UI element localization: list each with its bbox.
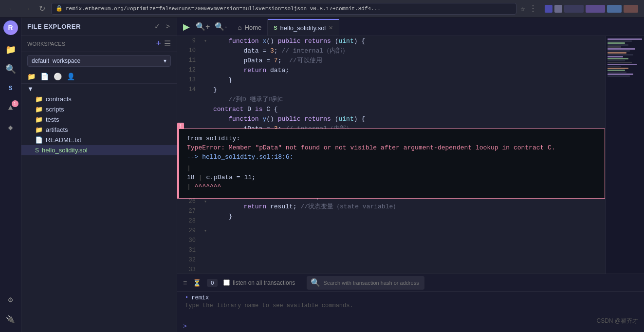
solidity-icon[interactable]: S [2,80,19,97]
fe-arrow-btn[interactable]: > [165,21,171,31]
folder-name-tests: tests [46,116,59,123]
remix-logo: R [3,20,18,35]
tab-close-button[interactable]: ✕ [329,25,333,31]
file-name-readme: README.txt [46,136,81,144]
mini-5 [607,46,621,48]
tree-file-hello-sol[interactable]: S hello_solidity.sol [21,145,177,155]
git-btn[interactable]: ⚪ [54,73,62,80]
run-button[interactable]: ▶ [181,21,192,32]
transaction-counter: 0 [207,279,218,287]
line-31: 31 [181,245,198,255]
new-file-btn[interactable]: 📄 [40,73,49,80]
settings-bottom-icon[interactable]: ⚙ [2,291,19,309]
fold-13 [202,75,209,85]
minimap-content [606,36,644,79]
back-button[interactable]: ← [6,3,18,14]
mini-6 [607,48,635,50]
tab-home[interactable]: ⌂ Home [232,19,268,36]
console-line-remix: • remix [185,295,636,301]
workspaces-label: WORKSPACES [27,41,65,47]
file-explorer-icon[interactable]: 📁 [2,41,19,58]
fold-11 [202,55,209,65]
line-33: 33 [181,265,198,274]
tree-folder-tests[interactable]: 📁 tests [21,114,177,125]
listen-checkbox-input[interactable] [223,279,230,286]
error-from: from solidity: [187,135,597,142]
tree-root-chevron[interactable]: ▼ [21,84,177,94]
prompt-symbol: > [183,323,187,330]
mini-12 [607,60,625,61]
bottom-panel: ≡ ⏳ 0 listen on all transactions 🔍 • rem… [177,274,644,332]
add-workspace-button[interactable]: + [156,38,161,49]
console-line-hint: Type the library name to see available c… [185,302,636,309]
fold-12 [202,65,209,75]
sol-file-icon: S [274,25,277,31]
plugin-manager-icon[interactable]: 🔌 [2,311,19,328]
workspace-menu-button[interactable]: ☰ [164,39,171,48]
tree-folder-contracts[interactable]: 📁 contracts [21,94,177,104]
url-bar[interactable]: 🔒 remix.ethereum.org/#optimize=false&run… [51,3,516,15]
workspace-selector[interactable]: default_workspace ▾ [27,55,171,67]
main-layout: R 📁 🔍 S ▲ 1 ◆ ⚙ 🔌 FILE EXPLORER ✓ > WORK… [0,18,644,332]
file-explorer-header: FILE EXPLORER ✓ > [21,18,177,36]
clock-icon[interactable]: ⏳ [193,279,201,287]
file-name-hello-sol: hello_solidity.sol [42,147,88,154]
code-editor[interactable]: 9 10 11 12 13 14 ! 22 23 24 25 [177,36,605,274]
new-folder-btn[interactable]: 📁 [27,73,36,80]
file-explorer-title: FILE EXPLORER [27,23,81,30]
upload-btn[interactable]: 👤 [67,73,75,80]
mini-16 [607,68,628,69]
browser-bar: ← → ↻ 🔒 remix.ethereum.org/#optimize=fal… [0,0,644,18]
zoom-out-button[interactable]: 🔍- [214,22,228,31]
listen-checkbox[interactable]: listen on all transactions [223,279,295,286]
terminal-icon[interactable]: ≡ [183,279,187,287]
fold-30 [202,236,209,245]
plugin-icon[interactable]: ◆ [2,119,19,136]
refresh-button[interactable]: ↻ [37,3,47,14]
url-text: remix.ethereum.org/#optimize=false&runs=… [66,6,381,12]
fold-29[interactable]: ▾ [202,226,209,236]
line-27: 27 [181,206,198,216]
search-icon[interactable]: 🔍 [2,60,19,78]
tree-file-readme[interactable]: 📄 README.txt [21,135,177,145]
error-message: TypeError: Member "pData" not found or n… [187,144,597,151]
zoom-in-button[interactable]: 🔍+ [195,22,211,31]
fe-check-btn[interactable]: ✓ [153,21,161,31]
fold-27 [202,206,209,216]
listen-label: listen on all transactions [233,279,295,286]
mini-14 [607,64,637,65]
tab-hello-sol[interactable]: S hello_solidity.sol ✕ [268,19,339,36]
code-line-11: pData = 7; //可以使用 [213,55,601,65]
console-prompt[interactable]: > [177,321,644,332]
search-icon: 🔍 [311,278,320,288]
tree-folder-artifacts[interactable]: 📁 artifacts [21,125,177,135]
icon-sidebar-bottom: ⚙ 🔌 [2,291,19,332]
forward-button[interactable]: → [21,3,33,14]
console-content: • remix Type the library name to see ava… [177,292,644,321]
file-explorer-panel: FILE EXPLORER ✓ > WORKSPACES + ☰ default… [21,18,177,332]
error-pipe-top: | [187,165,597,172]
deploy-icon[interactable]: ▲ 1 [2,99,19,117]
transaction-search-input[interactable] [323,280,421,286]
line-28: 28 [181,216,198,226]
mini-17 [607,70,625,71]
code-line-12: return data; [213,65,601,75]
fold-9[interactable]: ▾ [202,36,209,46]
search-bar[interactable]: 🔍 [307,276,424,290]
error-pipe-bottom: | ^^^^^^^ [187,183,597,190]
mini-20 [607,75,630,77]
tree-folder-scripts[interactable]: 📁 scripts [21,104,177,114]
error-underline: ^^^^^^^ [195,183,221,190]
folder-name-contracts: contracts [46,95,72,103]
folder-name-scripts: scripts [46,106,64,113]
mini-8 [607,52,626,54]
code-line-14: } [213,85,601,94]
fold-32 [202,255,209,265]
menu-icon[interactable]: ⋮ [529,4,537,14]
editor-area: ▶ 🔍+ 🔍- ⌂ Home S hello_solidity.sol ✕ 9 [177,18,644,332]
editor-tabs: ▶ 🔍+ 🔍- ⌂ Home S hello_solidity.sol ✕ [177,18,644,36]
bottom-toolbar: ≡ ⏳ 0 listen on all transactions 🔍 [177,274,644,292]
workspace-name: default_workspace [32,57,80,64]
line-29: 29 [181,226,198,236]
bookmark-icon[interactable]: ☆ [520,4,525,14]
